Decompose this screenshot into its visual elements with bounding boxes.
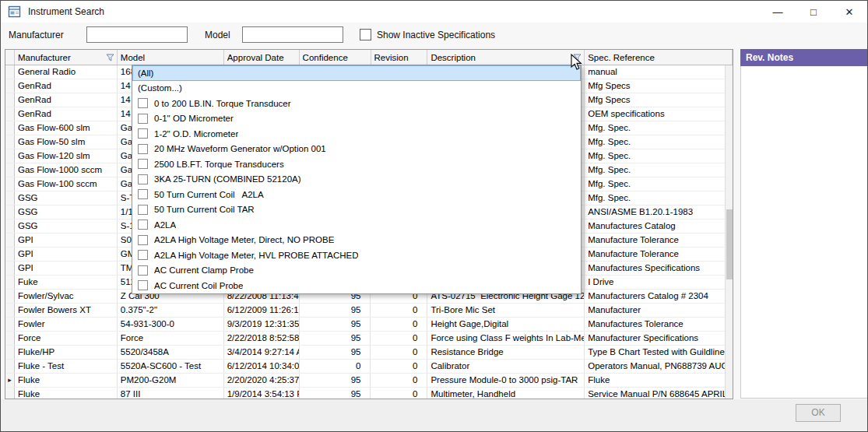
filter-option[interactable]: (All) <box>132 65 581 81</box>
close-button[interactable]: ✕ <box>831 1 867 23</box>
filter-option[interactable]: A2LA High Voltage Meter, HVL PROBE ATTAC… <box>132 248 581 263</box>
filter-option-checkbox[interactable] <box>138 265 148 276</box>
cell-description: Height Gage,Digital <box>427 318 585 331</box>
cell-spec-reference: Manufacturer <box>585 304 733 317</box>
cell-manufacturer: General Radio <box>15 65 118 79</box>
cell-description: Multimeter, Handheld <box>427 388 585 399</box>
filter-option[interactable]: AC Current Clamp Probe <box>132 263 581 279</box>
cell-spec-reference: Mfg Specs <box>585 79 733 93</box>
filter-option-checkbox[interactable] <box>138 205 148 215</box>
filter-option-checkbox[interactable] <box>138 144 148 154</box>
cell-manufacturer: GenRad <box>15 107 118 121</box>
table-row[interactable]: ▸FlukePM200-G20M2/20/2020 4:25:37950Pres… <box>5 374 733 388</box>
filter-option[interactable]: 1-2" O.D. Micrometer <box>132 126 581 142</box>
cell-spec-reference: Manufactures Catalog <box>585 220 733 233</box>
cell-description: Calibrator <box>427 360 585 373</box>
cell-manufacturer: Fuke <box>15 276 118 289</box>
table-row[interactable]: Fluke/HP5520/3458A3/4/2014 9:27:14 A950R… <box>5 346 733 360</box>
filter-option[interactable]: 20 MHz Waveform Generator w/Option 001 <box>132 142 581 157</box>
filter-option-label: 0-1" OD Micrometer <box>154 114 234 123</box>
cell-description: Pressure Module-0 to 3000 psig-TAR <box>427 374 585 387</box>
show-inactive-checkbox[interactable] <box>360 29 371 40</box>
row-indicator <box>5 107 15 121</box>
cell-spec-reference: Type B Chart Tested with Guildline 9211 <box>585 346 733 359</box>
vertical-scrollbar-thumb[interactable] <box>726 209 733 279</box>
column-header-revision[interactable]: Revision <box>371 50 428 65</box>
column-header-label: Approval Date <box>227 53 299 62</box>
filter-option-checkbox[interactable] <box>138 128 148 139</box>
column-header-description[interactable]: Description <box>427 50 585 65</box>
cell-spec-reference: Manufacture Tolerance <box>585 234 733 247</box>
filter-option[interactable]: 50 Turn Current Coil A2LA <box>132 187 581 202</box>
filter-option[interactable]: 0-1" OD Micrometer <box>132 111 581 127</box>
cell-manufacturer: Gas Flow-600 slm <box>15 121 118 135</box>
filter-option-label: 2500 LB.FT. Torque Transducers <box>154 160 284 169</box>
cell-description: Tri-Bore Mic Set <box>427 304 585 317</box>
filter-option-label: 3KA 25-TURN (COMBINED 52120A) <box>154 174 301 184</box>
table-row[interactable]: Fowler Bowers XT0.375"-2"6/12/2009 11:26… <box>5 304 733 318</box>
filter-option-label: 0 to 200 LB.IN. Torque Transducer <box>154 99 291 108</box>
row-indicator <box>5 360 15 373</box>
filter-option-label: 20 MHz Waveform Generator w/Option 001 <box>154 144 326 153</box>
cell-spec-reference: ANSI/ASME B1.20.1-1983 <box>585 205 733 219</box>
filter-option-checkbox[interactable] <box>138 280 148 290</box>
manufacturer-input[interactable] <box>86 26 188 43</box>
rev-notes-header: Rev. Notes <box>740 49 868 66</box>
cell-manufacturer: GSG <box>15 220 118 233</box>
cell-manufacturer: Gas Flow-100 sccm <box>15 177 118 191</box>
row-indicator <box>5 65 15 79</box>
table-row[interactable]: Fluke87 III1/9/2014 3:54:13 P950Multimet… <box>5 388 733 399</box>
row-indicator <box>5 135 15 149</box>
cell-revision: 0 <box>371 304 427 317</box>
table-row[interactable]: Fluke - Test5520A-SC600 - Test6/12/2014 … <box>5 360 733 374</box>
cell-approval-date: 1/9/2014 3:54:13 P <box>224 388 300 399</box>
row-indicator <box>5 332 15 345</box>
filter-option-checkbox[interactable] <box>138 98 148 108</box>
filter-option[interactable]: 2500 LB.FT. Torque Transducers <box>132 156 581 172</box>
app-icon <box>8 5 21 19</box>
table-row[interactable]: Fowler54-931-300-09/3/2019 12:31:35950He… <box>5 318 733 332</box>
column-header-label: Model <box>121 53 223 62</box>
filter-option[interactable]: A2LA <box>132 217 581 233</box>
filter-option[interactable]: 3KA 25-TURN (COMBINED 52120A) <box>132 172 581 188</box>
filter-option-checkbox[interactable] <box>138 159 148 169</box>
table-row[interactable]: ForceForce2/22/2018 8:52:58950Force usin… <box>5 332 733 346</box>
cell-manufacturer: Gas Flow-120 slm <box>15 149 118 163</box>
cell-manufacturer: GPI <box>15 262 118 275</box>
column-header-manufacturer[interactable]: Manufacturer <box>15 50 118 65</box>
filter-option-checkbox[interactable] <box>138 220 148 230</box>
column-header-model[interactable]: Model <box>118 50 224 65</box>
cell-revision: 0 <box>371 318 427 331</box>
cell-spec-reference: Manufacture Tolerance <box>585 248 733 261</box>
filter-option-label: A2LA <box>154 220 176 230</box>
cell-model: 54-931-300-0 <box>118 318 224 331</box>
filter-option[interactable]: 0 to 200 LB.IN. Torque Transducer <box>132 96 581 111</box>
filter-option[interactable]: (Custom...) <box>132 81 581 97</box>
filter-option-checkbox[interactable] <box>138 250 148 260</box>
row-indicator <box>5 346 15 359</box>
filter-option[interactable]: A2LA High Voltage Meter, Direct, NO PROB… <box>132 233 581 248</box>
column-header-confidence[interactable]: Confidence <box>300 50 371 65</box>
cell-spec-reference: Manufactures Specifications <box>585 262 733 275</box>
model-input[interactable] <box>242 26 343 43</box>
filter-option-label: AC Current Clamp Probe <box>154 265 254 275</box>
column-header-approval-date[interactable]: Approval Date <box>224 50 300 65</box>
ok-button[interactable]: OK <box>796 404 841 422</box>
vertical-scrollbar[interactable] <box>725 65 733 399</box>
title-bar: Instrument Search — □ ✕ <box>1 1 867 23</box>
filter-icon[interactable] <box>573 54 582 61</box>
cell-approval-date: 2/22/2018 8:52:58 <box>224 332 300 345</box>
filter-option-checkbox[interactable] <box>138 235 148 245</box>
cell-model: PM200-G20M <box>118 374 224 387</box>
filter-option[interactable]: 50 Turn Current Coil TAR <box>132 202 581 218</box>
filter-option[interactable]: AC Current Coil Probe <box>132 278 581 293</box>
cell-spec-reference: Mfg. Spec. <box>585 121 733 135</box>
maximize-button[interactable]: □ <box>796 1 831 23</box>
filter-option-checkbox[interactable] <box>138 189 148 199</box>
column-header-spec-reference[interactable]: Spec. Reference <box>585 50 733 65</box>
filter-option-checkbox[interactable] <box>138 114 148 124</box>
filter-icon[interactable] <box>106 54 114 61</box>
minimize-button[interactable]: — <box>760 1 796 23</box>
rev-notes-body <box>740 66 868 399</box>
filter-option-checkbox[interactable] <box>138 174 148 184</box>
